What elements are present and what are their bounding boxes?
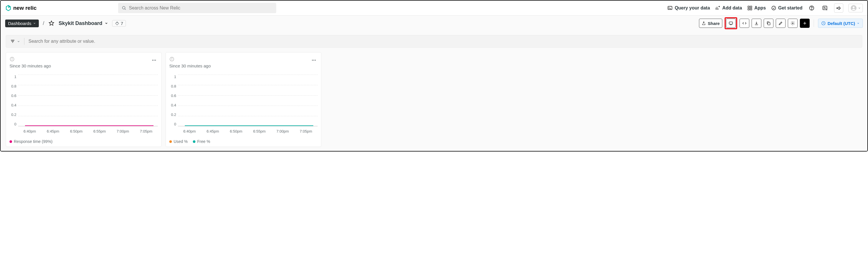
y-axis: 1 0.8 0.6 0.4 0.2 0 — [9, 75, 18, 126]
svg-point-33 — [12, 58, 12, 58]
plus-icon — [803, 21, 807, 26]
y-tick: 0.4 — [11, 103, 17, 107]
logo[interactable]: new relic — [5, 5, 36, 11]
chart-card: … Since 30 minutes ago 1 0.8 0.6 0.4 0.2… — [165, 52, 321, 147]
copy-button[interactable] — [764, 18, 773, 28]
share-icon — [702, 21, 706, 26]
series-line — [25, 125, 153, 126]
get-started-link[interactable]: Get started — [771, 5, 803, 11]
share-label: Share — [708, 21, 720, 26]
tv-mode-button[interactable] — [726, 18, 736, 28]
settings-button[interactable] — [788, 18, 798, 28]
cards-row: … Since 30 minutes ago 1 0.8 0.6 0.4 0.2… — [6, 52, 862, 147]
y-tick: 1 — [14, 75, 17, 79]
chart-area: 1 0.8 0.6 0.4 0.2 0 — [9, 75, 158, 144]
card-subtitle: Since 30 minutes ago — [169, 64, 318, 68]
chevron-down-icon — [33, 22, 36, 25]
card-menu-button[interactable]: … — [151, 56, 158, 62]
global-search-input[interactable] — [129, 5, 273, 11]
note-icon — [822, 5, 828, 11]
y-tick: 0.8 — [171, 84, 176, 88]
avatar-icon — [850, 5, 857, 11]
edit-button[interactable] — [776, 18, 785, 28]
top-nav-right: Query your data Add data Apps Get starte… — [668, 3, 863, 13]
terminal-icon — [668, 5, 673, 11]
logo-text: new relic — [13, 5, 36, 11]
plot-area[interactable] — [178, 75, 318, 126]
x-axis: 6:40pm 6:45pm 6:50pm 6:55pm 7:00pm 7:05p… — [169, 129, 318, 134]
plot-area[interactable] — [18, 75, 158, 126]
legend-swatch — [193, 140, 195, 143]
tag-icon — [115, 21, 119, 26]
favorite-button[interactable] — [48, 20, 55, 26]
x-tick: 6:45pm — [41, 129, 65, 134]
view-query-button[interactable] — [740, 18, 749, 28]
chart-area: 1 0.8 0.6 0.4 0.2 0 — [169, 75, 318, 144]
dashboard-content: … Since 30 minutes ago 1 0.8 0.6 0.4 0.2… — [1, 31, 867, 151]
feedback-button[interactable] — [821, 4, 829, 12]
legend-item[interactable]: Free % — [193, 139, 210, 144]
chevron-down-icon — [858, 7, 861, 9]
card-menu-button[interactable]: … — [310, 56, 318, 62]
user-menu-button[interactable] — [848, 4, 863, 12]
y-tick: 0.2 — [171, 112, 176, 117]
legend-swatch — [9, 140, 12, 143]
y-tick: 0.6 — [171, 94, 176, 98]
svg-point-13 — [772, 6, 776, 10]
x-tick: 6:55pm — [88, 129, 111, 134]
top-nav: new relic Query your data Add data Apps … — [1, 1, 867, 15]
y-tick: 0.6 — [11, 94, 17, 98]
y-tick: 0.4 — [171, 103, 176, 107]
y-tick: 0.2 — [11, 112, 17, 117]
svg-point-25 — [792, 23, 793, 24]
global-search[interactable] — [118, 3, 276, 13]
tv-icon — [728, 21, 733, 26]
y-axis: 1 0.8 0.6 0.4 0.2 0 — [169, 75, 178, 126]
add-widget-button[interactable] — [800, 18, 810, 28]
y-tick: 0 — [14, 122, 17, 126]
svg-rect-11 — [748, 8, 749, 10]
legend-label: Used % — [174, 139, 188, 144]
chevron-down-icon — [104, 22, 108, 25]
svg-point-21 — [117, 22, 118, 23]
legend-item[interactable]: Used % — [169, 139, 188, 144]
tags-button[interactable]: 7 — [112, 20, 126, 27]
x-tick: 6:40pm — [18, 129, 41, 134]
legend-item[interactable]: Response time (99%) — [9, 139, 53, 144]
help-button[interactable] — [808, 4, 816, 12]
dashboards-dropdown[interactable]: Dashboards — [5, 20, 39, 27]
star-icon — [48, 20, 55, 26]
info-icon[interactable] — [9, 57, 15, 62]
share-button[interactable]: Share — [699, 18, 722, 28]
filter-bar[interactable] — [6, 35, 862, 48]
filter-input[interactable] — [28, 39, 858, 44]
newrelic-logo-icon — [5, 5, 11, 11]
add-data-link[interactable]: Add data — [715, 5, 742, 11]
x-axis: 6:40pm 6:45pm 6:50pm 6:55pm 7:00pm 7:05p… — [9, 129, 158, 134]
help-icon — [809, 5, 814, 11]
filter-menu[interactable] — [10, 39, 20, 44]
filter-icon — [10, 39, 15, 44]
apps-link[interactable]: Apps — [747, 5, 766, 11]
info-icon[interactable] — [169, 57, 175, 62]
svg-rect-10 — [750, 6, 752, 7]
query-your-data-link[interactable]: Query your data — [668, 5, 710, 11]
dashboard-tools: Share — [699, 17, 863, 29]
dashboard-title-dropdown[interactable]: Skykit Dashboard — [59, 21, 108, 26]
chevron-down-icon — [17, 40, 20, 43]
card-subtitle: Since 30 minutes ago — [9, 64, 158, 68]
announcements-button[interactable] — [834, 3, 843, 13]
chevron-down-icon — [857, 22, 860, 25]
svg-rect-22 — [729, 22, 733, 24]
search-icon — [122, 5, 126, 11]
nav-label: Apps — [754, 5, 766, 11]
y-tick: 1 — [174, 75, 176, 79]
import-button[interactable] — [752, 18, 762, 28]
nav-label: Add data — [722, 5, 742, 11]
series-line — [185, 125, 313, 126]
timezone-picker[interactable]: Default (UTC) — [818, 18, 863, 28]
clock-icon — [821, 21, 826, 26]
legend-label: Free % — [197, 139, 210, 144]
filter-divider — [24, 38, 25, 45]
x-tick: 6:50pm — [224, 129, 248, 134]
